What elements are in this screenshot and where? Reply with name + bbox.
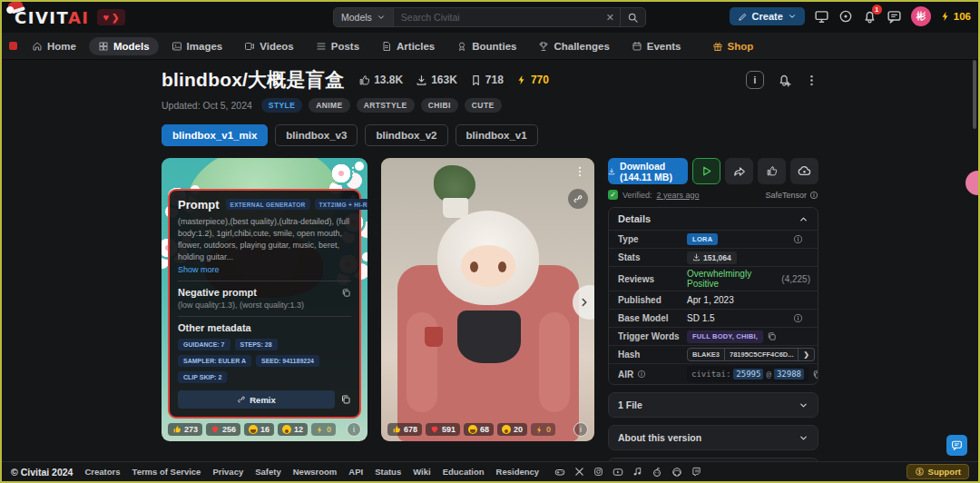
share-button[interactable] — [725, 158, 753, 184]
footer-link-privacy[interactable]: Privacy — [212, 467, 243, 477]
reaction-buzz[interactable]: 0 — [311, 423, 336, 436]
github-icon[interactable] — [671, 467, 682, 478]
tiktok-icon[interactable] — [632, 467, 642, 477]
tag-anime[interactable]: ANIME — [309, 98, 349, 113]
hash-value-badge[interactable]: 78195C5CFF4C6D... — [725, 348, 799, 361]
image-2-menu-icon[interactable] — [573, 165, 586, 178]
vault-button[interactable] — [790, 158, 818, 184]
copy-icon[interactable] — [767, 331, 777, 341]
nav-item-articles[interactable]: Articles — [372, 37, 444, 55]
about-version-section[interactable]: About this version — [608, 425, 818, 450]
search-button[interactable] — [620, 8, 645, 26]
discord-icon[interactable] — [554, 467, 565, 478]
reaction-wow[interactable]: 12 — [278, 423, 308, 436]
footer-link-safety[interactable]: Safety — [255, 467, 281, 477]
twitch-icon[interactable] — [691, 467, 701, 477]
buzz-stat[interactable]: 770 — [516, 74, 549, 86]
nav-item-challenges[interactable]: Challenges — [529, 37, 618, 55]
nav-item-home[interactable]: Home — [23, 37, 85, 55]
instagram-icon[interactable] — [593, 467, 603, 477]
footer-link-newsroom[interactable]: Newsroom — [293, 467, 338, 477]
model-info-button[interactable]: i — [746, 71, 764, 89]
like-version-button[interactable] — [758, 158, 786, 184]
info-icon[interactable] — [793, 313, 803, 323]
trigger-words-badge[interactable]: FULL BODY, CHIBI, — [687, 330, 763, 343]
nav-item-events[interactable]: Events — [622, 37, 691, 55]
nav-item-shop[interactable]: Shop — [703, 37, 763, 55]
nav-item-videos[interactable]: Videos — [235, 37, 303, 55]
footer-link-terms[interactable]: Terms of Service — [132, 467, 201, 477]
footer-link-residency[interactable]: Residency — [496, 467, 540, 477]
hash-more-button[interactable]: ❯ — [799, 348, 814, 361]
scrollbar-thumb[interactable] — [973, 60, 976, 129]
version-button-v1[interactable]: blindbox_v1 — [456, 124, 538, 146]
nav-item-posts[interactable]: Posts — [307, 37, 368, 55]
civitai-logo[interactable]: CIVITAI ♥ ❯ — [15, 8, 125, 27]
version-button-v1-mix[interactable]: blindbox_v1_mix — [162, 124, 268, 146]
gallery-image-1[interactable]: Prompt EXTERNAL GENERATOR TXT2IMG + HI-R… — [162, 158, 368, 441]
tag-cute[interactable]: CUTE — [465, 98, 502, 113]
image-1-info-button[interactable]: i — [347, 422, 361, 437]
x-twitter-icon[interactable] — [574, 467, 584, 477]
supporter-badge[interactable]: ♥ ❯ — [97, 9, 126, 25]
search-clear-icon[interactable]: ✕ — [601, 12, 620, 24]
footer-link-api[interactable]: API — [348, 467, 363, 477]
footer-link-wiki[interactable]: Wiki — [413, 467, 430, 477]
create-button[interactable]: Create — [730, 7, 805, 25]
info-icon[interactable] — [793, 234, 803, 244]
copy-all-button[interactable] — [340, 394, 351, 405]
image-2-info-button[interactable]: i — [573, 422, 588, 437]
user-avatar[interactable]: 彬 — [911, 6, 931, 26]
buzz-balance[interactable]: 106 — [940, 11, 971, 22]
nav-item-models[interactable]: Models — [89, 37, 159, 55]
copy-negative-button[interactable] — [341, 288, 351, 298]
info-icon[interactable] — [637, 370, 646, 379]
reaction-laugh[interactable]: 16 — [244, 423, 274, 436]
image-1-menu-icon[interactable] — [347, 165, 359, 178]
info-icon[interactable] — [809, 191, 818, 200]
likes-stat[interactable]: 13.8K — [358, 74, 403, 86]
support-button[interactable]: Support — [906, 464, 969, 479]
download-button[interactable]: Download (144.11 MB) — [608, 158, 688, 184]
chat-button[interactable] — [887, 9, 902, 25]
reaction-laugh[interactable]: 68 — [464, 423, 494, 436]
feedback-chat-button[interactable] — [946, 435, 967, 456]
gallery-image-2[interactable]: 678 591 68 20 0 i — [381, 158, 594, 441]
search-input[interactable] — [394, 12, 601, 23]
reaction-thumb[interactable]: 273 — [168, 423, 202, 436]
verified-date-link[interactable]: 2 years ago — [657, 191, 700, 200]
reaction-heart[interactable]: 591 — [426, 423, 460, 436]
more-options-icon[interactable] — [805, 74, 818, 87]
reviews-link[interactable]: Overwhelmingly Positive — [687, 269, 778, 289]
reaction-buzz[interactable]: 0 — [531, 423, 555, 436]
nav-item-images[interactable]: Images — [162, 37, 232, 55]
remix-button[interactable]: Remix — [178, 390, 335, 409]
notifications-button[interactable]: 1 — [862, 9, 877, 25]
tag-chibi[interactable]: CHIBI — [421, 98, 458, 113]
files-section[interactable]: 1 File — [608, 392, 818, 418]
youtube-icon[interactable] — [612, 467, 623, 478]
search-category-select[interactable]: Models — [334, 8, 394, 26]
reaction-heart[interactable]: 256 — [206, 423, 240, 436]
footer-link-creators[interactable]: Creators — [84, 467, 120, 477]
image-2-link-button[interactable] — [568, 189, 588, 209]
copy-icon[interactable] — [812, 370, 818, 380]
details-header[interactable]: Details — [609, 208, 818, 230]
reddit-icon[interactable] — [652, 467, 662, 478]
screen-share-button[interactable] — [814, 9, 829, 25]
bookmarks-stat[interactable]: 718 — [470, 74, 504, 86]
bell-plus-icon[interactable] — [777, 73, 792, 88]
version-button-v2[interactable]: blindbox_v2 — [365, 124, 447, 146]
tag-style[interactable]: STYLE — [261, 98, 302, 113]
tag-artstyle[interactable]: ARTSTYLE — [357, 98, 415, 113]
footer-link-status[interactable]: Status — [375, 467, 401, 477]
version-button-v3[interactable]: blindbox_v3 — [275, 124, 358, 146]
footer-link-education[interactable]: Education — [443, 467, 485, 477]
reaction-thumb[interactable]: 678 — [387, 423, 422, 436]
reaction-wow[interactable]: 20 — [497, 423, 527, 436]
show-more-link[interactable]: Show more — [178, 265, 351, 274]
downloads-stat[interactable]: 163K — [416, 74, 457, 86]
browsing-level-button[interactable] — [838, 9, 853, 24]
run-model-button[interactable] — [692, 158, 720, 184]
nav-item-bounties[interactable]: Bounties — [447, 37, 525, 55]
